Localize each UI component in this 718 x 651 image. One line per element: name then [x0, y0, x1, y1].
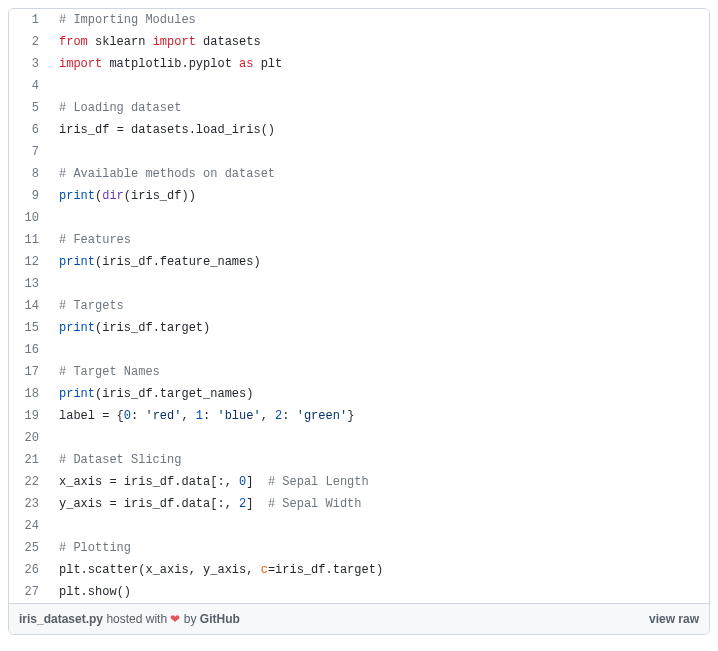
line-content: import matplotlib.pyplot as plt: [49, 53, 709, 75]
line-number[interactable]: 4: [9, 75, 49, 97]
line-content: # Target Names: [49, 361, 709, 383]
line-content: [49, 339, 709, 361]
line-content: from sklearn import datasets: [49, 31, 709, 53]
code-line: 4: [9, 75, 709, 97]
line-content: [49, 75, 709, 97]
line-number[interactable]: 1: [9, 9, 49, 31]
line-number[interactable]: 26: [9, 559, 49, 581]
code-line: 14# Targets: [9, 295, 709, 317]
line-number[interactable]: 20: [9, 427, 49, 449]
line-number[interactable]: 14: [9, 295, 49, 317]
line-number[interactable]: 15: [9, 317, 49, 339]
line-number[interactable]: 18: [9, 383, 49, 405]
code-line: 15print(iris_df.target): [9, 317, 709, 339]
line-content: # Loading dataset: [49, 97, 709, 119]
code-line: 17# Target Names: [9, 361, 709, 383]
line-content: plt.scatter(x_axis, y_axis, c=iris_df.ta…: [49, 559, 709, 581]
line-content: print(dir(iris_df)): [49, 185, 709, 207]
code-line: 5# Loading dataset: [9, 97, 709, 119]
footer-left: iris_dataset.py hosted with ❤ by GitHub: [19, 612, 240, 626]
line-number[interactable]: 11: [9, 229, 49, 251]
code-line: 6iris_df = datasets.load_iris(): [9, 119, 709, 141]
code-line: 2from sklearn import datasets: [9, 31, 709, 53]
line-content: x_axis = iris_df.data[:, 0] # Sepal Leng…: [49, 471, 709, 493]
line-number[interactable]: 13: [9, 273, 49, 295]
code-line: 16: [9, 339, 709, 361]
code-line: 1# Importing Modules: [9, 9, 709, 31]
code-line: 13: [9, 273, 709, 295]
line-content: # Plotting: [49, 537, 709, 559]
line-number[interactable]: 7: [9, 141, 49, 163]
hosted-text: hosted with: [106, 612, 170, 626]
code-line: 11# Features: [9, 229, 709, 251]
code-line: 18print(iris_df.target_names): [9, 383, 709, 405]
gist-footer: iris_dataset.py hosted with ❤ by GitHub …: [9, 603, 709, 634]
line-number[interactable]: 2: [9, 31, 49, 53]
code-line: 27plt.show(): [9, 581, 709, 603]
line-number[interactable]: 8: [9, 163, 49, 185]
line-content: # Importing Modules: [49, 9, 709, 31]
code-line: 3import matplotlib.pyplot as plt: [9, 53, 709, 75]
code-line: 7: [9, 141, 709, 163]
line-content: # Available methods on dataset: [49, 163, 709, 185]
filename-link[interactable]: iris_dataset.py: [19, 612, 103, 626]
line-number[interactable]: 21: [9, 449, 49, 471]
line-number[interactable]: 10: [9, 207, 49, 229]
line-number[interactable]: 12: [9, 251, 49, 273]
line-number[interactable]: 19: [9, 405, 49, 427]
line-content: label = {0: 'red', 1: 'blue', 2: 'green'…: [49, 405, 709, 427]
line-content: print(iris_df.target_names): [49, 383, 709, 405]
heart-icon: ❤: [170, 612, 180, 626]
by-text: by: [184, 612, 200, 626]
line-content: [49, 207, 709, 229]
line-number[interactable]: 24: [9, 515, 49, 537]
code-line: 12print(iris_df.feature_names): [9, 251, 709, 273]
line-number[interactable]: 22: [9, 471, 49, 493]
line-content: iris_df = datasets.load_iris(): [49, 119, 709, 141]
code-line: 25# Plotting: [9, 537, 709, 559]
line-content: # Dataset Slicing: [49, 449, 709, 471]
line-content: y_axis = iris_df.data[:, 2] # Sepal Widt…: [49, 493, 709, 515]
code-line: 10: [9, 207, 709, 229]
line-number[interactable]: 6: [9, 119, 49, 141]
code-line: 8# Available methods on dataset: [9, 163, 709, 185]
line-number[interactable]: 9: [9, 185, 49, 207]
line-content: print(iris_df.feature_names): [49, 251, 709, 273]
line-content: # Features: [49, 229, 709, 251]
line-content: # Targets: [49, 295, 709, 317]
github-link[interactable]: GitHub: [200, 612, 240, 626]
code-table: 1# Importing Modules2from sklearn import…: [9, 9, 709, 603]
code-line: 20: [9, 427, 709, 449]
code-line: 19label = {0: 'red', 1: 'blue', 2: 'gree…: [9, 405, 709, 427]
code-line: 24: [9, 515, 709, 537]
line-content: [49, 515, 709, 537]
line-number[interactable]: 27: [9, 581, 49, 603]
line-content: print(iris_df.target): [49, 317, 709, 339]
code-line: 9print(dir(iris_df)): [9, 185, 709, 207]
code-line: 21# Dataset Slicing: [9, 449, 709, 471]
line-content: [49, 141, 709, 163]
view-raw-link[interactable]: view raw: [649, 612, 699, 626]
code-line: 26plt.scatter(x_axis, y_axis, c=iris_df.…: [9, 559, 709, 581]
line-number[interactable]: 23: [9, 493, 49, 515]
code-line: 23y_axis = iris_df.data[:, 2] # Sepal Wi…: [9, 493, 709, 515]
gist-container: 1# Importing Modules2from sklearn import…: [8, 8, 710, 635]
line-number[interactable]: 25: [9, 537, 49, 559]
line-number[interactable]: 5: [9, 97, 49, 119]
line-number[interactable]: 16: [9, 339, 49, 361]
code-block: 1# Importing Modules2from sklearn import…: [9, 9, 709, 603]
line-number[interactable]: 3: [9, 53, 49, 75]
code-line: 22x_axis = iris_df.data[:, 0] # Sepal Le…: [9, 471, 709, 493]
line-number[interactable]: 17: [9, 361, 49, 383]
line-content: [49, 273, 709, 295]
line-content: [49, 427, 709, 449]
line-content: plt.show(): [49, 581, 709, 603]
